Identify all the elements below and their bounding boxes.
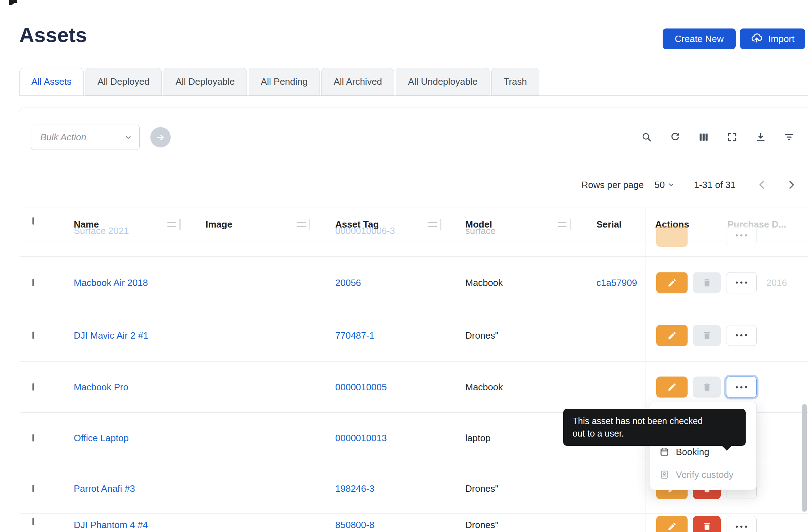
ellipsis-icon xyxy=(736,282,747,284)
edit-button[interactable] xyxy=(656,272,688,293)
actions-column-divider xyxy=(646,208,646,532)
chevron-down-icon xyxy=(124,134,132,141)
filter-icon[interactable] xyxy=(783,131,796,144)
create-new-button[interactable]: Create New xyxy=(663,28,736,49)
download-icon[interactable] xyxy=(754,131,767,144)
table-row: Macbook Air 2018 20056 Macbook c1a57909 … xyxy=(20,256,808,309)
menu-item-verify-custody: Verify custody xyxy=(650,463,756,486)
asset-name-link[interactable]: Parrot Anafi #3 xyxy=(74,483,135,494)
select-all-checkbox[interactable] xyxy=(32,217,34,225)
bulk-action-placeholder: Bulk Action xyxy=(40,132,86,143)
ghost-row-asset-tag: 0000010006-3 xyxy=(335,225,395,236)
pencil-icon xyxy=(667,330,677,340)
ghost-row-name: Surface 2021 xyxy=(74,225,129,236)
assets-page: Assets Create New Import All AssetsAll D… xyxy=(0,0,808,532)
asset-tag-link[interactable]: 770487-1 xyxy=(335,330,374,341)
tab-all-pending[interactable]: All Pending xyxy=(249,68,320,95)
ghost-more-actions-button xyxy=(726,225,757,245)
cloud-upload-icon xyxy=(751,32,763,46)
more-actions-button[interactable] xyxy=(726,272,757,293)
table-header: Name Image Asset Tag Model Serial Action… xyxy=(20,208,808,240)
delete-button[interactable] xyxy=(693,377,721,398)
asset-name-link[interactable]: Macbook Pro xyxy=(74,382,128,393)
ellipsis-icon xyxy=(736,386,747,388)
next-page-button[interactable] xyxy=(784,178,798,192)
asset-model: Macbook xyxy=(465,277,503,288)
rows-per-page-select[interactable]: 50 xyxy=(652,179,677,191)
asset-tag-link[interactable]: 0000010005 xyxy=(335,382,387,393)
trash-icon xyxy=(702,522,712,531)
edit-button[interactable] xyxy=(656,325,688,346)
more-actions-button[interactable] xyxy=(726,377,757,398)
edit-button[interactable] xyxy=(656,516,688,532)
asset-tag-link[interactable]: 0000010013 xyxy=(335,432,387,443)
row-checkbox[interactable] xyxy=(32,383,34,391)
column-header-serial[interactable]: Serial xyxy=(596,208,622,241)
asset-name-link[interactable]: Macbook Air 2018 xyxy=(74,277,148,288)
tabs: All AssetsAll DeployedAll DeployableAll … xyxy=(19,68,808,96)
delete-button[interactable] xyxy=(693,516,721,532)
tooltip-line-1: This asset has not been checked xyxy=(573,415,736,427)
pencil-icon xyxy=(667,382,677,392)
pagination-range: 1-31 of 31 xyxy=(694,179,736,191)
vertical-scrollbar[interactable] xyxy=(802,404,807,512)
bulk-action-go-button[interactable] xyxy=(150,127,171,147)
column-header-image[interactable]: Image xyxy=(206,208,232,241)
delete-button[interactable] xyxy=(693,272,721,293)
asset-serial-link[interactable]: c1a57909 xyxy=(596,277,637,288)
assets-table: Name Image Asset Tag Model Serial Action… xyxy=(20,208,808,532)
row-checkbox[interactable] xyxy=(32,434,34,442)
ellipsis-icon xyxy=(736,526,747,528)
tab-all-archived[interactable]: All Archived xyxy=(321,68,394,95)
column-resize-handle-icon[interactable] xyxy=(428,219,441,230)
rows-per-page-value: 50 xyxy=(654,179,665,191)
trash-icon xyxy=(702,330,712,340)
calendar-icon xyxy=(659,447,669,457)
rows-per-page-label: Rows per page xyxy=(581,179,644,191)
bulk-action-select[interactable]: Bulk Action xyxy=(31,125,140,150)
table-row: DJI Phantom 4 #4 850800-8 Drones" xyxy=(20,514,808,532)
asset-model: Drones" xyxy=(465,483,498,494)
fullscreen-icon[interactable] xyxy=(726,131,739,144)
tab-all-deployable[interactable]: All Deployable xyxy=(164,68,247,95)
edit-button[interactable] xyxy=(656,377,688,398)
asset-name-link[interactable]: DJI Phantom 4 #4 xyxy=(74,520,148,531)
search-icon[interactable] xyxy=(640,131,653,144)
previous-page-button[interactable] xyxy=(755,178,769,192)
asset-tag-link[interactable]: 20056 xyxy=(335,277,361,288)
column-resize-handle-icon[interactable] xyxy=(297,219,310,230)
pencil-icon xyxy=(667,522,677,531)
tab-trash[interactable]: Trash xyxy=(491,68,539,95)
columns-icon[interactable] xyxy=(697,131,710,144)
ellipsis-icon xyxy=(736,334,747,337)
menu-item-label: Verify custody xyxy=(676,469,734,480)
tab-all-undeployable[interactable]: All Undeployable xyxy=(396,68,490,95)
asset-tag-link[interactable]: 850800-8 xyxy=(335,520,374,531)
refresh-icon[interactable] xyxy=(669,131,682,144)
delete-button[interactable] xyxy=(693,325,721,346)
asset-model: Drones" xyxy=(465,330,498,341)
column-resize-handle-icon[interactable] xyxy=(558,219,571,230)
pagination: Rows per page 50 1-31 of 31 xyxy=(581,176,798,194)
trash-icon xyxy=(702,382,712,392)
create-new-label: Create New xyxy=(675,33,724,45)
row-checkbox[interactable] xyxy=(32,518,34,525)
arrow-right-icon xyxy=(156,132,166,142)
asset-name-link[interactable]: DJI Mavic Air 2 #1 xyxy=(74,330,149,341)
asset-tag-link[interactable]: 198246-3 xyxy=(335,483,374,494)
tooltip-line-2: out to a user. xyxy=(573,427,736,440)
menu-item-label: Booking xyxy=(676,447,709,458)
tooltip: This asset has not been checked out to a… xyxy=(563,409,746,446)
row-checkbox[interactable] xyxy=(32,485,34,492)
column-resize-handle-icon[interactable] xyxy=(167,219,181,230)
page-title: Assets xyxy=(19,23,87,47)
row-checkbox[interactable] xyxy=(32,332,34,339)
purchase-date-ghost: 2016 xyxy=(766,277,787,288)
more-actions-button[interactable] xyxy=(726,516,757,532)
more-actions-button[interactable] xyxy=(726,325,757,346)
tab-all-assets[interactable]: All Assets xyxy=(19,68,84,95)
asset-name-link[interactable]: Office Laptop xyxy=(74,432,129,443)
row-checkbox[interactable] xyxy=(32,279,34,286)
import-button[interactable]: Import xyxy=(740,28,805,49)
tab-all-deployed[interactable]: All Deployed xyxy=(86,68,162,95)
